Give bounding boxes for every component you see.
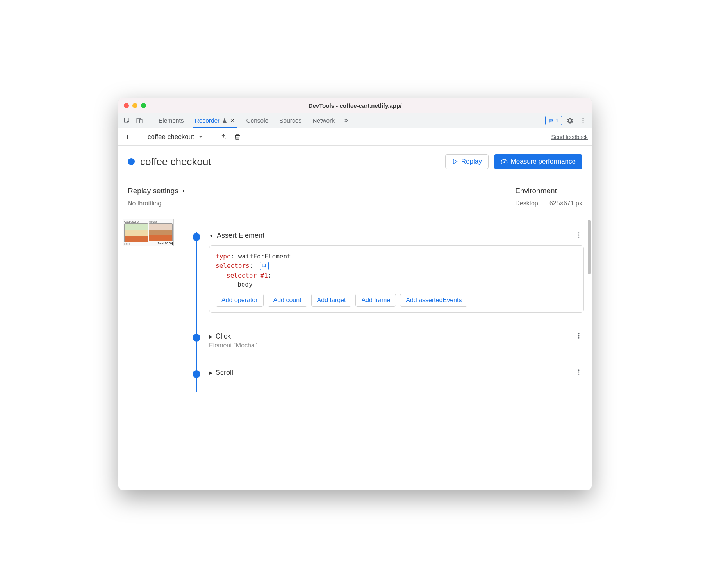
thumb-label: Mocha	[149, 220, 173, 223]
device-value: Desktop	[515, 200, 538, 207]
scrollbar[interactable]	[587, 216, 591, 490]
code-value: body	[237, 281, 253, 288]
tab-console[interactable]: Console	[241, 113, 274, 128]
chevron-down-icon: ▼	[209, 233, 214, 239]
tab-recorder[interactable]: Recorder	[189, 113, 241, 128]
svg-point-10	[578, 235, 580, 236]
tab-label: Sources	[279, 117, 301, 124]
step-title: Click	[216, 332, 231, 340]
minimize-window-button[interactable]	[132, 103, 137, 108]
svg-point-13	[578, 333, 580, 334]
scrollbar-thumb[interactable]	[588, 220, 591, 274]
devtools-tabbar: Elements Recorder Console Sources Networ…	[118, 113, 592, 128]
svg-point-5	[583, 118, 584, 119]
add-target-button[interactable]: Add target	[311, 294, 352, 307]
tab-elements[interactable]: Elements	[153, 113, 189, 128]
issues-badge[interactable]: 1	[545, 116, 562, 125]
step-title: Assert Element	[217, 232, 264, 240]
recorder-toolbar: coffee checkout Send feedback	[118, 128, 592, 146]
add-frame-button[interactable]: Add frame	[355, 294, 396, 307]
more-tabs-icon[interactable]	[340, 115, 351, 126]
step-assert-element: ▼ Assert Element type: waitForElement se…	[193, 232, 584, 313]
step-marker	[193, 334, 200, 342]
replay-button[interactable]: Replay	[445, 154, 489, 169]
tab-sources[interactable]: Sources	[274, 113, 307, 128]
thumb-total: Total: $0.00	[149, 242, 173, 245]
tab-label: Recorder	[195, 117, 220, 124]
step-more-icon[interactable]	[575, 232, 582, 239]
recording-title: coffee checkout	[140, 156, 211, 168]
chat-icon	[549, 118, 554, 123]
svg-point-9	[578, 232, 580, 233]
device-toolbar-icon[interactable]	[134, 115, 145, 126]
export-icon[interactable]	[218, 132, 229, 143]
close-tab-icon[interactable]	[230, 118, 235, 123]
svg-point-18	[578, 374, 580, 375]
add-asserted-events-button[interactable]: Add assertedEvents	[400, 294, 467, 307]
recording-selector[interactable]: coffee checkout	[144, 132, 207, 143]
measure-performance-button[interactable]: Measure performance	[494, 154, 582, 169]
environment-label: Environment	[515, 187, 582, 195]
step-header[interactable]: ▶ Scroll	[209, 369, 584, 377]
settings-icon[interactable]	[564, 115, 575, 126]
replay-settings-label: Replay settings	[128, 187, 178, 195]
new-recording-icon[interactable]	[122, 132, 133, 143]
window-titlebar: DevTools - coffee-cart.netlify.app/	[118, 98, 592, 113]
step-details: type: waitForElement selectors: selector…	[209, 245, 584, 313]
play-icon	[452, 159, 458, 165]
svg-rect-3	[550, 119, 553, 120]
flask-icon	[222, 118, 227, 123]
code-key: selectors	[216, 262, 250, 269]
recording-title-group: coffee checkout	[128, 156, 211, 168]
separator	[544, 200, 544, 207]
step-click: ▶ Click Element "Mocha"	[193, 332, 584, 349]
code-key: type	[216, 253, 231, 260]
chevron-down-icon	[198, 134, 203, 140]
tab-label: Console	[246, 117, 268, 124]
svg-point-8	[504, 162, 505, 162]
replay-settings-toggle[interactable]: Replay settings	[128, 187, 186, 195]
code-key: selector #1	[227, 272, 268, 279]
window-controls	[118, 103, 146, 108]
recording-header: coffee checkout Replay Measure performan…	[118, 146, 592, 178]
viewport-value: 625×671 px	[549, 200, 582, 207]
inspect-element-icon[interactable]	[121, 115, 132, 126]
more-options-icon[interactable]	[578, 115, 589, 126]
step-thumbnail[interactable]: Cappuccino $4.00 Mocha Total: $0.00	[123, 219, 174, 246]
add-count-button[interactable]: Add count	[268, 294, 307, 307]
step-header[interactable]: ▼ Assert Element	[209, 232, 584, 240]
maximize-window-button[interactable]	[141, 103, 146, 108]
replay-label: Replay	[461, 158, 482, 166]
throttling-value: No throttling	[128, 200, 186, 207]
svg-point-14	[578, 335, 580, 337]
step-header[interactable]: ▶ Click	[209, 332, 584, 340]
tab-label: Network	[312, 117, 335, 124]
gauge-icon	[501, 158, 508, 165]
step-more-icon[interactable]	[575, 369, 582, 376]
close-window-button[interactable]	[124, 103, 129, 108]
settings-row: Replay settings No throttling Environmen…	[118, 178, 592, 216]
send-feedback-link[interactable]: Send feedback	[551, 134, 588, 140]
add-operator-button[interactable]: Add operator	[216, 294, 264, 307]
devtools-window: DevTools - coffee-cart.netlify.app/ Elem…	[118, 98, 592, 490]
svg-point-16	[578, 369, 580, 371]
svg-point-15	[578, 337, 580, 339]
delete-icon[interactable]	[232, 132, 243, 143]
chevron-right-icon	[182, 188, 186, 194]
chevron-right-icon: ▶	[209, 334, 212, 339]
thumb-label: Cappuccino	[124, 220, 148, 223]
tab-network[interactable]: Network	[307, 113, 340, 128]
issues-count: 1	[556, 118, 558, 123]
step-more-icon[interactable]	[575, 332, 582, 339]
element-picker-icon[interactable]	[260, 262, 269, 270]
svg-point-6	[583, 120, 584, 121]
step-title: Scroll	[216, 369, 233, 377]
step-marker	[193, 370, 200, 378]
recording-name: coffee checkout	[148, 133, 194, 141]
svg-point-11	[578, 237, 580, 238]
code-value: waitForElement	[238, 253, 291, 260]
recording-status-dot	[128, 158, 135, 165]
timeline-content: Cappuccino $4.00 Mocha Total: $0.00 ▼	[118, 216, 592, 490]
measure-label: Measure performance	[511, 158, 576, 166]
chevron-right-icon: ▶	[209, 370, 212, 376]
